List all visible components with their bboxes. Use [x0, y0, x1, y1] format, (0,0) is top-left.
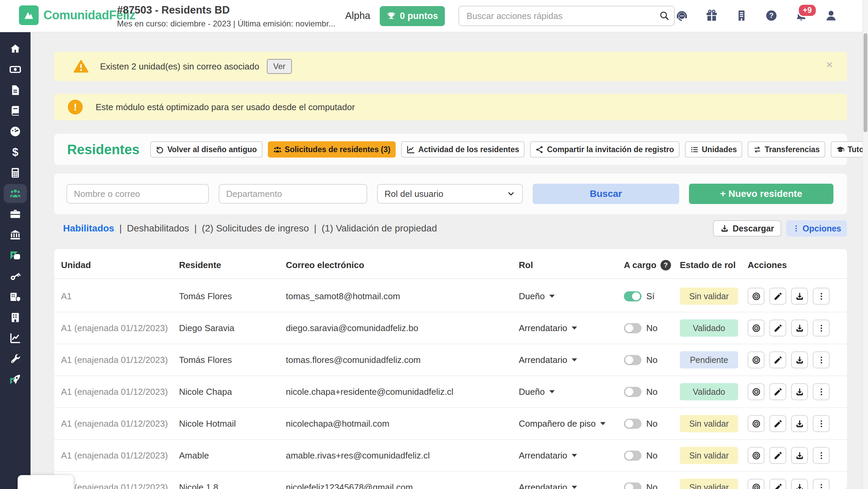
- role-dropdown[interactable]: Dueño: [519, 291, 555, 302]
- tab-deshabilitados[interactable]: Deshabilitados: [127, 223, 189, 234]
- more-options-button[interactable]: [813, 447, 830, 464]
- more-options-button[interactable]: [813, 351, 830, 368]
- sidebar-item-settings[interactable]: [0, 348, 31, 369]
- sidebar-item-access[interactable]: [0, 266, 31, 286]
- sidebar-item-home[interactable]: [0, 38, 31, 59]
- view-button[interactable]: [748, 351, 765, 368]
- in-charge-toggle[interactable]: [624, 387, 642, 397]
- sidebar-item-residents[interactable]: [0, 183, 31, 204]
- sidebar-item-bank[interactable]: [0, 224, 31, 245]
- sidebar-item-library[interactable]: [0, 100, 31, 121]
- svg-text:?: ?: [769, 12, 773, 20]
- edit-button[interactable]: [769, 288, 786, 305]
- sidebar-item-accounting[interactable]: [0, 162, 31, 183]
- building-icon[interactable]: [734, 7, 749, 24]
- support-headset-icon[interactable]: [675, 7, 689, 24]
- unidades-button[interactable]: Unidades: [685, 141, 743, 158]
- in-charge-toggle[interactable]: [624, 450, 642, 461]
- download-row-button[interactable]: [791, 288, 808, 305]
- in-charge-toggle[interactable]: [624, 355, 642, 365]
- sidebar-item-certificates[interactable]: [0, 245, 31, 266]
- department-input[interactable]: [219, 184, 367, 204]
- sidebar-item-onboarding[interactable]: [0, 369, 31, 390]
- edit-button[interactable]: [769, 383, 786, 400]
- view-button[interactable]: [748, 320, 765, 337]
- role-dropdown[interactable]: Arrendatario: [519, 355, 577, 365]
- status-cell: Pendiente: [680, 351, 738, 369]
- a-cargo-help-icon[interactable]: ?: [660, 260, 671, 270]
- role-dropdown[interactable]: Arrendatario: [519, 482, 577, 489]
- more-options-button[interactable]: [813, 415, 830, 432]
- ver-button[interactable]: Ver: [267, 59, 292, 74]
- more-options-button[interactable]: [813, 288, 830, 305]
- table-row: A1 (enajenada 01/12/2023) Nicole Hotmail…: [54, 408, 847, 440]
- download-row-button[interactable]: [791, 479, 808, 489]
- table-row: A1 (enajenada 01/12/2023) Nicole 1 8 nic…: [54, 472, 847, 489]
- download-row-button[interactable]: [791, 383, 808, 400]
- solicitudes-residentes-button[interactable]: Solicitudes de residentes (3): [268, 141, 396, 158]
- role-select[interactable]: Rol del usuario: [377, 184, 523, 204]
- status-cell: Sin validar: [680, 479, 738, 489]
- home-icon: [4, 39, 27, 58]
- descargar-button[interactable]: Descargar: [713, 220, 781, 237]
- download-row-button[interactable]: [791, 320, 808, 337]
- download-row-button[interactable]: [791, 447, 808, 464]
- sidebar-item-insurance[interactable]: [0, 286, 31, 307]
- chat-widget[interactable]: [18, 475, 74, 489]
- buscar-button[interactable]: Buscar: [533, 184, 679, 204]
- more-options-button[interactable]: [813, 383, 830, 400]
- view-icon: [752, 419, 761, 428]
- view-button[interactable]: [748, 415, 765, 432]
- in-charge-toggle[interactable]: [624, 323, 642, 333]
- compartir-invitacion-button[interactable]: Compartir la invitación de registro: [530, 141, 679, 158]
- points-button[interactable]: 0 puntos: [380, 6, 445, 26]
- sidebar-item-dashboard[interactable]: [0, 121, 31, 142]
- sidebar-item-reports[interactable]: [0, 328, 31, 348]
- pencil-icon: [773, 451, 783, 460]
- edit-button[interactable]: [769, 415, 786, 432]
- transferencias-button[interactable]: Transferencias: [748, 141, 825, 158]
- warning-triangle-icon: [73, 59, 89, 74]
- help-icon[interactable]: ?: [764, 7, 778, 24]
- view-button[interactable]: [748, 447, 765, 464]
- edit-button[interactable]: [769, 447, 786, 464]
- name-email-input[interactable]: [66, 184, 209, 204]
- opciones-button[interactable]: Opciones: [786, 220, 847, 237]
- volver-diseno-button[interactable]: Volver al diseño antiguo: [150, 141, 262, 158]
- scrollbar-thumb[interactable]: [864, 33, 867, 132]
- sidebar-item-payments[interactable]: [0, 59, 31, 80]
- more-options-button[interactable]: [813, 479, 830, 489]
- in-charge-toggle[interactable]: [624, 419, 642, 429]
- vertical-scrollbar[interactable]: [863, 0, 868, 489]
- edit-button[interactable]: [769, 351, 786, 368]
- search-input[interactable]: [458, 6, 675, 26]
- role-dropdown[interactable]: Arrendatario: [519, 323, 577, 333]
- search-icon[interactable]: [659, 11, 669, 21]
- role-dropdown[interactable]: Arrendatario: [519, 450, 577, 461]
- sidebar-item-documents[interactable]: [0, 80, 31, 100]
- tab-habilitados[interactable]: Habilitados: [63, 223, 114, 234]
- sidebar-item-finances[interactable]: $: [0, 142, 31, 162]
- sidebar-item-units[interactable]: [0, 307, 31, 328]
- in-charge-toggle[interactable]: [624, 291, 642, 301]
- close-icon[interactable]: ×: [826, 59, 833, 70]
- view-button[interactable]: [748, 288, 765, 305]
- download-row-button[interactable]: [791, 351, 808, 368]
- bell-icon[interactable]: +9: [794, 7, 808, 24]
- in-charge-toggle[interactable]: [624, 482, 642, 489]
- tab-validacion-propiedad[interactable]: (1) Validación de propiedad: [321, 223, 437, 234]
- role-dropdown[interactable]: Dueño: [519, 387, 555, 397]
- nuevo-residente-button[interactable]: + Nuevo residente: [689, 184, 833, 204]
- sidebar-item-providers[interactable]: [0, 204, 31, 224]
- view-button[interactable]: [748, 479, 765, 489]
- edit-button[interactable]: [769, 320, 786, 337]
- edit-button[interactable]: [769, 479, 786, 489]
- gift-icon[interactable]: [705, 7, 719, 24]
- tab-solicitudes-ingreso[interactable]: (2) Solicitudes de ingreso: [202, 223, 309, 234]
- user-icon[interactable]: [824, 7, 838, 24]
- more-options-button[interactable]: [813, 320, 830, 337]
- download-row-button[interactable]: [791, 415, 808, 432]
- view-button[interactable]: [748, 383, 765, 400]
- role-dropdown[interactable]: Compañero de piso: [519, 419, 606, 429]
- actividad-residentes-button[interactable]: Actividad de los residentes: [401, 141, 525, 158]
